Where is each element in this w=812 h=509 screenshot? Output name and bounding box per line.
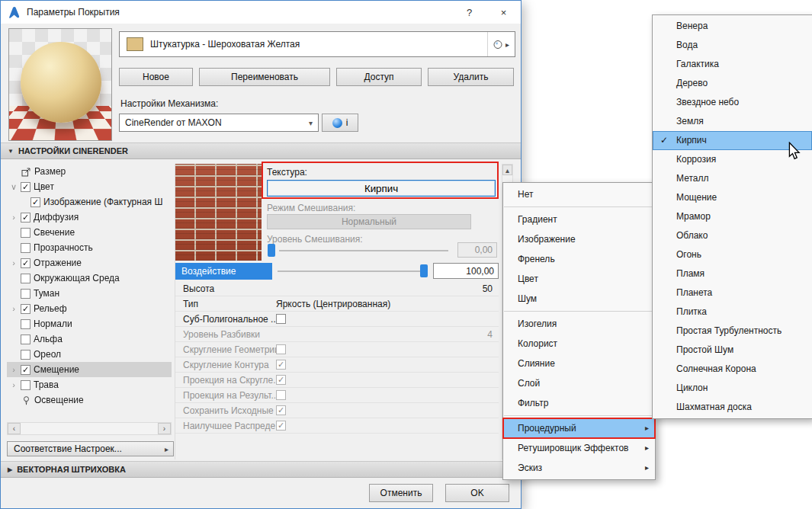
menu-item[interactable]: Пламя — [653, 264, 812, 283]
menu-item[interactable]: Ретушировщик Эффектов▸ — [503, 438, 655, 458]
expand-icon[interactable]: › — [10, 366, 18, 373]
tree-item[interactable]: Нормали — [7, 316, 172, 331]
expand-icon[interactable]: › — [10, 381, 18, 389]
menu-item[interactable]: Металл — [653, 169, 812, 188]
tree-horizontal-scrollbar[interactable]: ‹ › — [7, 422, 172, 435]
collapse-icon[interactable]: ∨ — [10, 183, 18, 190]
ok-button[interactable]: OK — [445, 484, 509, 502]
tree-item[interactable]: ›✓Рельеф — [7, 301, 172, 316]
influence-value-input[interactable]: 100,00 — [433, 263, 499, 279]
scroll-left-icon[interactable]: ‹ — [8, 423, 21, 434]
expand-icon[interactable]: › — [10, 213, 18, 221]
expand-icon[interactable]: › — [10, 305, 18, 312]
checkbox[interactable] — [21, 274, 30, 283]
checkbox[interactable]: ✓ — [21, 258, 30, 268]
section-vector-hatching[interactable]: ▶ ВЕКТОРНАЯ ШТРИХОВКА — [1, 461, 521, 478]
influence-slider-handle[interactable] — [420, 264, 428, 277]
checkbox[interactable]: ✓ — [21, 304, 30, 314]
checkbox[interactable]: ✓ — [21, 365, 30, 375]
tree-item[interactable]: Свечение — [7, 225, 172, 240]
menu-item[interactable]: Огонь — [653, 245, 812, 264]
menu-item[interactable]: Мощение — [653, 188, 812, 207]
checkbox[interactable]: ✓ — [21, 213, 30, 222]
menu-item[interactable]: Изображение — [503, 229, 655, 249]
menu-item[interactable]: Планета — [653, 283, 812, 303]
menu-item[interactable]: Вода — [653, 36, 812, 55]
menu-item[interactable]: Цвет — [503, 269, 655, 289]
menu-item[interactable]: Слияние — [503, 354, 655, 373]
menu-item[interactable]: Солнечная Корона — [653, 360, 812, 379]
menu-item[interactable]: Процедурный▸ — [503, 418, 655, 438]
menu-item[interactable]: Земля — [653, 112, 812, 131]
setting-value: 4 — [487, 329, 493, 340]
checkbox[interactable] — [21, 350, 30, 360]
menu-item[interactable]: Фильтр — [503, 393, 655, 413]
material-name-field[interactable]: Штукатурка - Шероховатая Желтая ▸ — [119, 31, 515, 57]
tree-item[interactable]: ∨✓Цвет — [7, 179, 172, 194]
tree-item[interactable]: Ореол — [7, 347, 172, 362]
menu-item[interactable]: Мрамор — [653, 207, 812, 226]
tree-item[interactable]: ›✓Диффузия — [7, 210, 172, 225]
menu-item[interactable]: Циклон — [653, 379, 812, 398]
checkbox[interactable] — [21, 289, 30, 299]
engine-info-button[interactable]: i — [322, 114, 358, 132]
checkbox[interactable] — [276, 314, 286, 324]
tree-item[interactable]: Прозрачность — [7, 240, 172, 255]
checkbox[interactable]: ✓ — [30, 197, 40, 207]
menu-item[interactable]: Простой Шум — [653, 341, 812, 360]
blend-level-slider-handle[interactable] — [268, 244, 275, 257]
tree-item[interactable]: ✓Изображение (Фактурная Ш — [7, 194, 172, 210]
checkbox[interactable] — [21, 243, 30, 253]
tree-item-label: Размер — [34, 166, 66, 177]
menu-item[interactable]: Шум — [503, 289, 655, 309]
help-button[interactable]: ? — [452, 1, 486, 24]
menu-item[interactable]: Нет — [503, 184, 655, 204]
blend-level-slider-track[interactable] — [279, 250, 448, 251]
menu-item[interactable]: Облако — [653, 226, 812, 245]
tree-item[interactable]: Окружающая Среда — [7, 271, 172, 286]
menu-item[interactable]: Звездное небо — [653, 93, 812, 112]
menu-item-label: Циклон — [676, 383, 708, 393]
tree-item[interactable]: Размер — [7, 164, 172, 179]
menu-item[interactable]: Простая Турбулентность — [653, 322, 812, 341]
scroll-right-icon[interactable]: › — [158, 423, 171, 434]
influence-label[interactable]: Воздействие — [175, 263, 272, 280]
menu-item[interactable]: Галактика — [653, 55, 812, 74]
tree-item[interactable]: Туман — [7, 286, 172, 301]
menu-item[interactable]: Дерево — [653, 74, 812, 93]
checkbox[interactable] — [21, 380, 30, 390]
section-cinerender-label: НАСТРОЙКИ CINERENDER — [18, 146, 128, 155]
titlebar[interactable]: Параметры Покрытия ? × — [1, 1, 521, 24]
menu-item[interactable]: Френель — [503, 249, 655, 269]
menu-item[interactable]: Шахматная доска — [653, 398, 812, 417]
tree-item[interactable]: Альфа — [7, 331, 172, 347]
checkbox[interactable] — [21, 319, 30, 329]
access-button[interactable]: Доступ — [336, 68, 422, 86]
checkbox[interactable] — [21, 335, 30, 344]
menu-item[interactable]: Эскиз▸ — [503, 458, 655, 478]
engine-dropdown[interactable]: CineRender от MAXON ▾ — [119, 114, 319, 132]
influence-slider-track[interactable] — [278, 271, 424, 272]
menu-item[interactable]: Плитка — [653, 303, 812, 322]
cancel-button[interactable]: Отменить — [369, 484, 433, 502]
checkbox[interactable]: ✓ — [21, 182, 30, 192]
tree-item[interactable]: Освещение — [7, 392, 172, 408]
tree-item[interactable]: ›Трава — [7, 377, 172, 392]
new-button[interactable]: Новое — [119, 68, 193, 86]
scroll-up-icon[interactable]: ▴ — [502, 165, 512, 175]
menu-item[interactable]: Венера — [653, 17, 812, 36]
expand-icon[interactable]: › — [10, 259, 18, 267]
match-settings-button[interactable]: Соответствие Настроек... ▸ — [7, 441, 174, 456]
menu-item[interactable]: Колорист — [503, 334, 655, 354]
tree-item[interactable]: ›✓Отражение — [7, 255, 172, 271]
menu-item[interactable]: Градиент — [503, 210, 655, 229]
checkbox[interactable] — [21, 228, 30, 238]
material-picker-button[interactable]: ▸ — [487, 32, 515, 56]
tree-item[interactable]: ›✓Смещение — [7, 362, 172, 377]
delete-button[interactable]: Удалить — [428, 68, 514, 86]
menu-item[interactable]: Изогелия — [503, 314, 655, 334]
menu-item[interactable]: Слой — [503, 373, 655, 393]
section-cinerender[interactable]: ▼ НАСТРОЙКИ CINERENDER — [1, 142, 521, 159]
rename-button[interactable]: Переименовать — [199, 68, 330, 86]
close-button[interactable]: × — [486, 1, 521, 24]
